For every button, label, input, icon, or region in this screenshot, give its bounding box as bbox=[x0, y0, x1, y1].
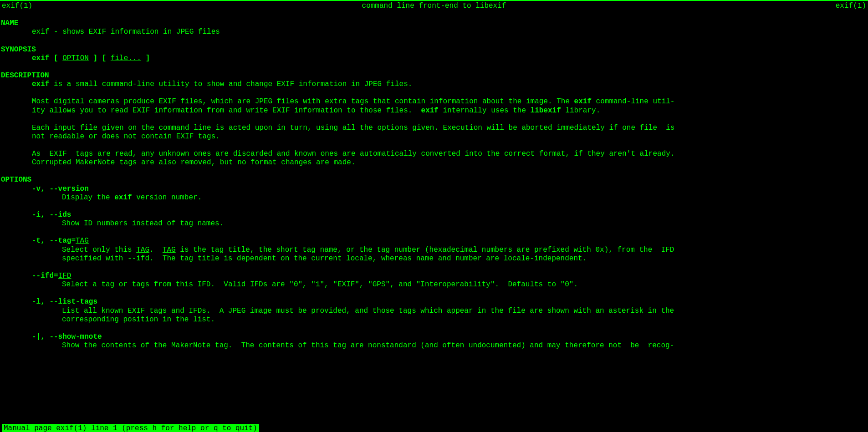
man-page-viewer[interactable]: exif(1) command line front-end to libexi… bbox=[0, 2, 868, 432]
section-synopsis-title: SYNOPSIS bbox=[0, 46, 868, 54]
pager-status-line: Manual page exif(1) line 1 (press h for … bbox=[2, 424, 259, 432]
desc-p4-l2: Corrupted MakerNote tags are also remove… bbox=[0, 158, 868, 167]
opt-tag-desc-l1: Select only this TAG. TAG is the tag tit… bbox=[0, 246, 868, 254]
opt-list-tags-desc-l1: List all known EXIF tags and IFDs. A JPE… bbox=[0, 307, 868, 315]
opt-show-mnote-desc: Show the contents of the MakerNote tag. … bbox=[0, 341, 868, 350]
section-options-title: OPTIONS bbox=[0, 176, 868, 184]
desc-p4-l1: As EXIF tags are read, any unknown ones … bbox=[0, 150, 868, 158]
section-description-title: DESCRIPTION bbox=[0, 71, 868, 80]
desc-p2-l2: ity allows you to read EXIF information … bbox=[0, 107, 868, 115]
opt-ifd-desc: Select a tag or tags from this IFD. Vali… bbox=[0, 280, 868, 289]
opt-show-mnote-flag: -|, --show-mnote bbox=[0, 333, 868, 341]
desc-p2-l1: Most digital cameras produce EXIF files,… bbox=[0, 97, 868, 106]
opt-ids-flag: -i, --ids bbox=[0, 211, 868, 219]
man-page-header: exif(1) command line front-end to libexi… bbox=[0, 2, 868, 10]
opt-version-flag: -v, --version bbox=[0, 185, 868, 193]
desc-p3-l2: not readable or does not contain EXIF ta… bbox=[0, 132, 868, 141]
opt-tag-flag: -t, --tag=TAG bbox=[0, 237, 868, 245]
opt-list-tags-flag: -l, --list-tags bbox=[0, 298, 868, 306]
opt-tag-desc-l2: specified with --ifd. The tag title is d… bbox=[0, 254, 868, 263]
synopsis-line: exif [ OPTION ] [ file... ] bbox=[0, 54, 868, 63]
opt-ids-desc: Show ID numbers instead of tag names. bbox=[0, 219, 868, 228]
opt-ifd-flag: --ifd=IFD bbox=[0, 272, 868, 280]
header-right: exif(1) bbox=[836, 2, 866, 10]
header-center: command line front-end to libexif bbox=[362, 2, 506, 10]
opt-list-tags-desc-l2: corresponding position in the list. bbox=[0, 315, 868, 324]
section-name-title: NAME bbox=[0, 19, 868, 28]
opt-version-desc: Display the exif version number. bbox=[0, 193, 868, 202]
name-text: exif - shows EXIF information in JPEG fi… bbox=[0, 28, 868, 36]
desc-p3-l1: Each input file given on the command lin… bbox=[0, 124, 868, 132]
desc-p1: exif is a small command-line utility to … bbox=[0, 80, 868, 89]
header-left: exif(1) bbox=[2, 2, 32, 10]
